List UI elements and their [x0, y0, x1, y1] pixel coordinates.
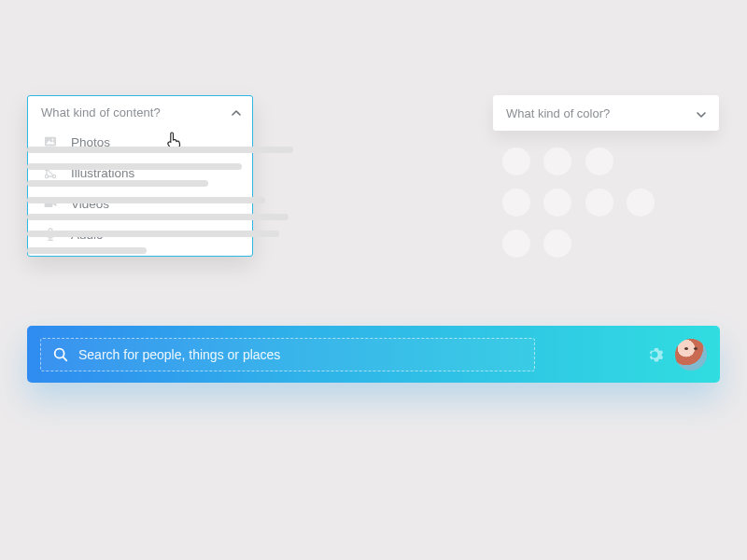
search-field[interactable] [40, 338, 535, 371]
search-input[interactable] [78, 347, 534, 362]
color-swatch[interactable] [585, 189, 613, 217]
search-bar [27, 326, 720, 383]
avatar[interactable] [675, 339, 707, 371]
color-swatch[interactable] [627, 189, 655, 217]
color-dropdown[interactable]: What kind of color? [493, 95, 719, 131]
color-swatch[interactable] [543, 230, 571, 258]
content-type-dropdown-title: What kind of content? [41, 105, 161, 119]
color-swatch-grid [502, 147, 664, 271]
color-swatch[interactable] [585, 147, 613, 175]
chevron-up-icon [232, 106, 241, 116]
skeleton-placeholder [27, 136, 293, 264]
content-type-dropdown-header[interactable]: What kind of content? [28, 105, 252, 127]
color-swatch[interactable] [543, 189, 571, 217]
gear-icon[interactable] [645, 345, 664, 364]
color-swatch[interactable] [543, 147, 571, 175]
color-swatch[interactable] [502, 147, 530, 175]
chevron-down-icon [697, 108, 706, 118]
color-swatch[interactable] [502, 189, 530, 217]
color-swatch[interactable] [502, 230, 530, 258]
color-dropdown-title: What kind of color? [506, 106, 610, 120]
search-icon [52, 346, 69, 363]
